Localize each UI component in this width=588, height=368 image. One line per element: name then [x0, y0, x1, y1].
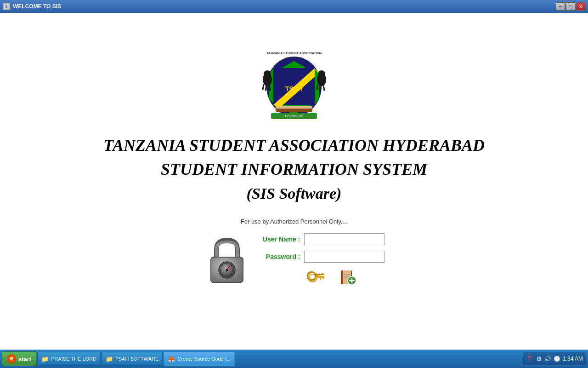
tray-network-icon: 🖥 — [535, 355, 543, 362]
main-content: TSAH DISCIPLINE — [0, 13, 588, 354]
logo-container: TSAH DISCIPLINE — [243, 31, 345, 128]
svg-line-13 — [323, 85, 324, 91]
title-bar-left: S WELCOME TO SIS — [3, 3, 61, 10]
sis-title: (SIS Software) — [247, 183, 342, 205]
new-user-button[interactable] — [336, 266, 359, 288]
svg-text:7: 7 — [226, 269, 228, 273]
svg-text:TANZANIA STUDENT ASSOCIATION: TANZANIA STUDENT ASSOCIATION — [266, 52, 322, 55]
svg-point-5 — [264, 70, 271, 78]
svg-point-10 — [318, 70, 325, 78]
svg-rect-39 — [322, 278, 324, 279]
tray-help-icon: ❓ — [526, 355, 533, 362]
taskbar-item-tsah-label: TSAH SOFTWARE — [115, 356, 158, 362]
start-button[interactable]: ⊞ start — [2, 351, 36, 366]
taskbar-item-tsah[interactable]: 📁 TSAH SOFTWARE — [102, 352, 163, 366]
form-container: User Name : Password : — [259, 233, 384, 288]
app-icon: S — [3, 3, 10, 10]
close-button[interactable]: ✕ — [576, 2, 585, 11]
taskbar-item-praise-label: PRAISE THE LORD — [51, 356, 96, 362]
folder-icon-praise: 📁 — [41, 356, 49, 362]
svg-line-12 — [320, 85, 321, 91]
start-icon: ⊞ — [7, 354, 16, 363]
taskbar: ⊞ start 📁 PRAISE THE LORD 📁 TSAH SOFTWAR… — [0, 350, 588, 368]
password-input[interactable] — [304, 251, 384, 263]
login-area: 7 User Name : Password : — [204, 233, 384, 288]
organization-logo: TSAH DISCIPLINE — [248, 34, 340, 126]
svg-text:DISCIPLINE: DISCIPLINE — [285, 115, 303, 118]
tray-clock-icon: 🕐 — [554, 355, 561, 362]
svg-line-6 — [263, 84, 264, 90]
svg-text:TSAH: TSAH — [285, 85, 303, 92]
svg-rect-44 — [342, 270, 343, 284]
svg-line-11 — [317, 84, 318, 90]
username-row: User Name : — [259, 233, 384, 245]
svg-line-8 — [269, 85, 270, 91]
auth-notice: For use by Authorized Personnel Only.... — [241, 218, 347, 225]
svg-rect-15 — [276, 106, 312, 109]
tray-sound-icon: 🔊 — [544, 355, 552, 362]
main-title: TANZANIA STUDENT ASSOCIATION HYDERABAD — [103, 135, 485, 156]
svg-text:HYDERABAD: HYDERABAD — [285, 57, 303, 59]
sub-title: STUDENT INFORMATION SYSTEM — [161, 159, 427, 180]
password-row: Password : — [259, 251, 384, 263]
password-label: Password : — [259, 253, 300, 260]
taskbar-item-praise[interactable]: 📁 PRAISE THE LORD — [37, 352, 101, 366]
svg-line-41 — [315, 274, 323, 275]
svg-text:S: S — [5, 5, 7, 9]
lock-icon: 7 — [206, 236, 248, 285]
taskbar-item-source-label: Create Source Code |... — [177, 356, 230, 362]
browser-icon-source: 🦊 — [168, 356, 175, 362]
title-bar-buttons: − □ ✕ — [556, 2, 585, 11]
folder-icon-tsah: 📁 — [106, 356, 113, 362]
lock-icon-container: 7 — [204, 235, 250, 286]
svg-line-7 — [266, 85, 266, 91]
login-button[interactable] — [304, 266, 327, 288]
form-fields: User Name : Password : — [259, 233, 384, 263]
svg-rect-38 — [320, 278, 321, 280]
taskbar-tray: ❓ 🖥 🔊 🕐 1:34 AM — [523, 352, 586, 366]
username-input[interactable] — [304, 233, 384, 245]
start-label: start — [18, 356, 31, 362]
minimize-button[interactable]: − — [556, 2, 565, 11]
taskbar-item-source[interactable]: 🦊 Create Source Code |... — [164, 352, 234, 366]
title-bar-text: WELCOME TO SIS — [13, 3, 61, 10]
action-buttons — [304, 266, 384, 288]
username-label: User Name : — [259, 236, 300, 243]
maximize-button[interactable]: □ — [566, 2, 575, 11]
title-bar: S WELCOME TO SIS − □ ✕ — [0, 0, 588, 13]
svg-rect-37 — [316, 276, 324, 278]
taskbar-clock: 1:34 AM — [563, 356, 583, 362]
